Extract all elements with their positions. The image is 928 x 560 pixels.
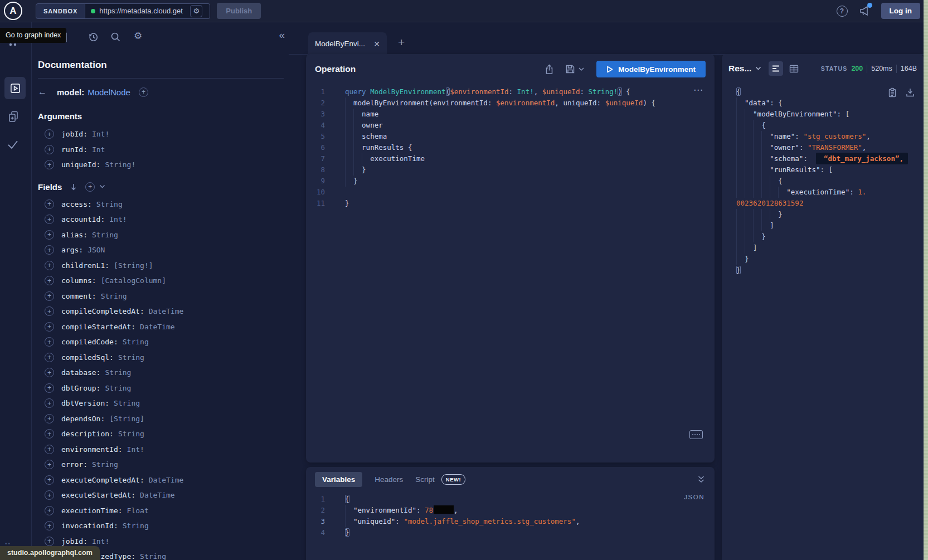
tab-model-by-environment[interactable]: ModelByEnvi... ✕ bbox=[308, 32, 387, 55]
field-row[interactable]: +args:JSON bbox=[38, 242, 284, 258]
keyboard-shortcuts-icon[interactable] bbox=[689, 430, 703, 439]
field-row[interactable]: +executeCompletedAt:DateTime bbox=[38, 473, 284, 488]
field-type[interactable]: DateTime bbox=[149, 307, 184, 315]
announcements-icon[interactable] bbox=[858, 4, 871, 18]
add-to-query-icon[interactable]: + bbox=[45, 291, 54, 301]
field-type[interactable]: String bbox=[140, 552, 166, 560]
field-row[interactable]: +access:String bbox=[38, 197, 284, 212]
field-type[interactable]: DateTime bbox=[140, 491, 175, 499]
add-to-query-icon[interactable]: + bbox=[45, 230, 54, 240]
add-to-query-icon[interactable]: + bbox=[45, 129, 54, 139]
fields-options-chevron-icon[interactable] bbox=[99, 184, 105, 189]
field-row[interactable]: +environmentId:Int! bbox=[38, 442, 284, 457]
field-row[interactable]: +alias:String bbox=[38, 227, 284, 243]
field-type[interactable]: DateTime bbox=[149, 476, 184, 484]
field-row[interactable]: +childrenL1:[String!] bbox=[38, 258, 284, 274]
field-type[interactable]: String bbox=[105, 384, 131, 392]
field-row[interactable]: +compileCompletedAt:DateTime bbox=[38, 304, 284, 319]
add-to-query-icon[interactable]: + bbox=[45, 521, 54, 530]
add-to-query-icon[interactable]: + bbox=[45, 261, 54, 270]
field-row[interactable]: +description:String bbox=[38, 426, 284, 442]
response-title[interactable]: Res... bbox=[728, 64, 751, 74]
field-type[interactable]: Int! bbox=[127, 445, 144, 454]
field-type[interactable]: [CatalogColumn] bbox=[101, 276, 166, 285]
field-type[interactable]: [String!] bbox=[114, 261, 153, 270]
field-row[interactable]: +compiledCode:String bbox=[38, 334, 284, 350]
add-to-query-icon[interactable]: + bbox=[45, 398, 54, 408]
add-to-query-icon[interactable]: + bbox=[45, 460, 54, 469]
tab-headers[interactable]: Headers bbox=[375, 475, 403, 484]
collapse-variables-icon[interactable] bbox=[697, 475, 706, 484]
sidebar-item-schema[interactable] bbox=[7, 110, 20, 123]
sidebar-item-explorer[interactable] bbox=[4, 77, 26, 99]
add-to-query-icon[interactable]: + bbox=[45, 475, 54, 485]
help-icon[interactable]: ? bbox=[837, 6, 848, 17]
add-to-query-icon[interactable]: + bbox=[45, 306, 54, 316]
field-row[interactable]: +compileStartedAt:DateTime bbox=[38, 319, 284, 335]
add-to-query-icon[interactable]: + bbox=[45, 429, 54, 439]
field-type[interactable]: String bbox=[96, 200, 123, 208]
field-row[interactable]: +compiledSql:String bbox=[38, 350, 284, 366]
add-to-query-icon[interactable]: + bbox=[45, 383, 54, 393]
argument-row[interactable]: +runId:Int bbox=[38, 142, 284, 158]
field-type[interactable]: DateTime bbox=[140, 323, 175, 331]
add-all-fields-icon[interactable]: + bbox=[85, 182, 95, 192]
field-row[interactable]: +invocationId:String bbox=[38, 518, 284, 534]
field-type[interactable]: String bbox=[123, 338, 149, 346]
field-type[interactable]: String bbox=[101, 292, 127, 300]
add-to-query-icon[interactable]: + bbox=[45, 353, 54, 362]
field-type[interactable]: Int! bbox=[92, 537, 109, 546]
field-type[interactable]: String bbox=[114, 399, 140, 407]
field-type[interactable]: String bbox=[123, 522, 149, 530]
field-type[interactable]: Int! bbox=[109, 215, 127, 223]
history-icon[interactable] bbox=[88, 32, 99, 42]
field-row[interactable]: +error:String bbox=[38, 457, 284, 473]
tab-script[interactable]: Script bbox=[415, 475, 435, 484]
download-response-icon[interactable] bbox=[906, 87, 915, 98]
field-type[interactable]: String bbox=[92, 460, 118, 469]
add-to-query-icon[interactable]: + bbox=[45, 245, 54, 255]
tab-close-icon[interactable]: ✕ bbox=[373, 40, 380, 48]
add-to-query-icon[interactable]: + bbox=[45, 368, 54, 377]
endpoint-url-field[interactable]: https://metadata.cloud.get ⚙ bbox=[85, 3, 210, 19]
field-type[interactable]: String bbox=[105, 368, 131, 377]
add-to-query-icon[interactable]: + bbox=[45, 276, 54, 285]
response-format-toggle[interactable] bbox=[769, 61, 783, 76]
editor-menu-icon[interactable]: ⋯ bbox=[693, 84, 703, 96]
argument-row[interactable]: +uniqueId:String! bbox=[38, 157, 284, 173]
copy-response-icon[interactable] bbox=[888, 87, 897, 98]
collapse-docs-icon[interactable]: « bbox=[279, 29, 285, 41]
field-row[interactable]: +executeStartedAt:DateTime bbox=[38, 488, 284, 503]
field-row[interactable]: +dbtGroup:String bbox=[38, 381, 284, 396]
field-row[interactable]: +accountId:Int! bbox=[38, 212, 284, 227]
add-tab-icon[interactable]: + bbox=[398, 36, 405, 48]
add-to-query-icon[interactable]: + bbox=[45, 445, 54, 454]
back-arrow-icon[interactable]: ← bbox=[38, 87, 57, 97]
variables-editor[interactable]: 1{2"environmentId": 78,3"uniqueId": "mod… bbox=[306, 491, 715, 538]
add-to-query-icon[interactable]: + bbox=[45, 145, 54, 154]
argument-row[interactable]: +jobId:Int! bbox=[38, 126, 284, 142]
add-to-query-icon[interactable]: + bbox=[45, 537, 54, 546]
field-row[interactable]: +dbtVersion:String bbox=[38, 396, 284, 411]
tab-variables[interactable]: Variables bbox=[315, 472, 362, 487]
search-icon[interactable] bbox=[110, 32, 121, 42]
operation-editor[interactable]: 1query ModelByEnvironment($environmentId… bbox=[306, 84, 715, 209]
field-type[interactable]: Int! bbox=[92, 130, 109, 138]
add-to-query-icon[interactable]: + bbox=[45, 199, 54, 209]
add-to-query-icon[interactable]: + bbox=[45, 506, 54, 515]
login-button[interactable]: Log in bbox=[881, 3, 921, 19]
breadcrumb-type-link[interactable]: ModelNode bbox=[88, 87, 130, 97]
run-operation-button[interactable]: ModelByEnvironment bbox=[596, 61, 706, 77]
add-to-query-icon[interactable]: + bbox=[45, 215, 54, 224]
add-to-query-icon[interactable]: + bbox=[45, 337, 54, 347]
field-row[interactable]: +columns:[CatalogColumn] bbox=[38, 273, 284, 289]
field-row[interactable]: +database:String bbox=[38, 365, 284, 381]
response-chevron-icon[interactable] bbox=[755, 66, 761, 71]
add-to-query-icon[interactable]: + bbox=[45, 160, 54, 169]
field-type[interactable]: JSON bbox=[88, 246, 105, 254]
field-type[interactable]: Float bbox=[127, 507, 149, 515]
share-operation-icon[interactable] bbox=[545, 64, 554, 75]
save-options-chevron-icon[interactable] bbox=[579, 67, 584, 71]
add-to-query-icon[interactable]: + bbox=[45, 414, 54, 423]
save-operation-icon[interactable] bbox=[565, 64, 575, 74]
